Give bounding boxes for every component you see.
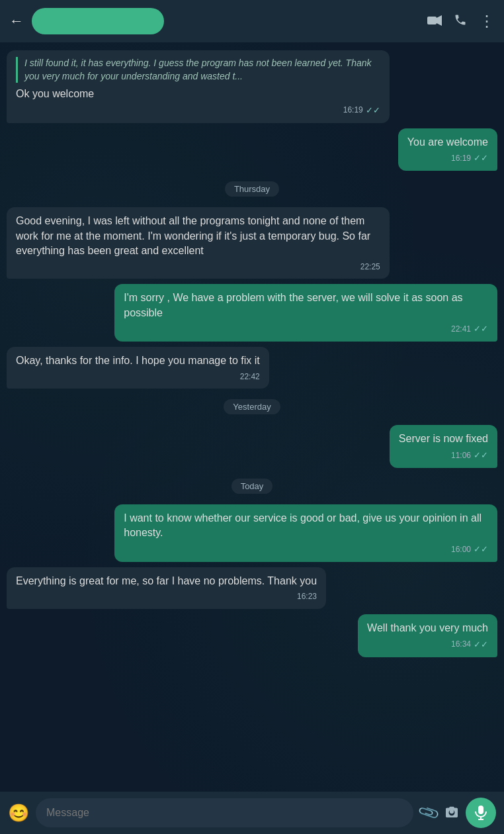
message-text: I'm sorry , We have a problem with the s… (124, 292, 462, 318)
message-meta: 11:06✓✓ (399, 449, 488, 461)
emoji-button[interactable]: 😊 (8, 803, 29, 823)
svg-marker-1 (437, 15, 442, 26)
phone-call-icon[interactable] (454, 13, 467, 30)
menu-icon[interactable]: ⋮ (479, 12, 495, 30)
message-meta: 16:34✓✓ (367, 639, 488, 651)
message-bubble: Well thank you very much16:34✓✓ (358, 614, 497, 657)
message-meta: 16:19✓✓ (407, 152, 488, 164)
message-input[interactable] (36, 798, 413, 827)
message-meta: 16:00✓✓ (124, 543, 488, 555)
quoted-message: I still found it, it has everything. I g… (16, 57, 380, 83)
message-row: I want to know whether our service is go… (7, 504, 497, 562)
message-meta: 16:19✓✓ (16, 105, 380, 116)
message-time: 16:00 (451, 544, 471, 555)
message-time: 16:19 (343, 105, 363, 116)
message-row: Server is now fixed11:06✓✓ (7, 425, 497, 468)
message-text: Server is now fixed (399, 433, 488, 444)
message-row: Good evening, I was left without all the… (7, 207, 497, 279)
back-button[interactable]: ← (9, 13, 24, 30)
camera-icon[interactable] (444, 804, 459, 821)
header-actions: ⋮ (427, 12, 495, 30)
date-label: Yesterday (224, 399, 280, 414)
message-row: Everything is great for me, so far I hav… (7, 567, 497, 609)
message-row: I'm sorry , We have a problem with the s… (7, 284, 497, 342)
message-meta: 16:23 (16, 591, 317, 602)
date-label: Today (231, 479, 273, 494)
date-separator: Thursday (7, 181, 497, 197)
video-call-icon[interactable] (427, 14, 442, 29)
message-time: 16:19 (451, 153, 471, 164)
message-text: Well thank you very much (367, 622, 488, 633)
message-text: Everything is great for me, so far I hav… (16, 575, 317, 586)
message-row: Well thank you very much16:34✓✓ (7, 614, 497, 657)
message-meta: 22:42 (16, 371, 260, 383)
read-receipt-icon: ✓✓ (474, 543, 488, 555)
message-bubble: Server is now fixed11:06✓✓ (390, 425, 497, 468)
message-bubble: Everything is great for me, so far I hav… (7, 567, 326, 609)
mic-button[interactable] (466, 798, 496, 828)
read-receipt-icon: ✓✓ (474, 152, 488, 164)
message-meta: 22:25 (16, 261, 380, 273)
message-bubble: Good evening, I was left without all the… (7, 207, 390, 279)
message-bubble: I want to know whether our service is go… (114, 504, 497, 562)
message-time: 16:23 (297, 591, 317, 602)
message-time: 16:34 (451, 639, 471, 650)
chat-header: ← ⋮ (0, 0, 504, 42)
message-row: Okay, thanks for the info. I hope you ma… (7, 347, 497, 389)
message-text: Okay, thanks for the info. I hope you ma… (16, 355, 260, 366)
message-meta: 22:41✓✓ (124, 323, 488, 335)
attach-icon[interactable]: 📎 (417, 801, 441, 825)
message-time: 22:41 (451, 324, 471, 335)
message-bubble: Okay, thanks for the info. I hope you ma… (7, 347, 269, 389)
message-text: Good evening, I was left without all the… (16, 215, 370, 256)
message-time: 11:06 (451, 450, 471, 461)
read-receipt-icon: ✓✓ (474, 323, 488, 335)
message-time: 22:42 (240, 371, 260, 383)
message-text: I want to know whether our service is go… (124, 512, 482, 538)
read-receipt-icon: ✓✓ (474, 639, 488, 651)
message-text: You are welcome (407, 136, 488, 148)
message-row: You are welcome16:19✓✓ (7, 128, 497, 171)
message-text: Ok you welcome (16, 88, 94, 99)
svg-rect-0 (427, 17, 437, 24)
date-separator: Today (7, 479, 497, 494)
date-separator: Yesterday (7, 399, 497, 414)
svg-rect-2 (478, 806, 483, 814)
chat-area: I still found it, it has everything. I g… (0, 42, 504, 792)
message-bubble: I still found it, it has everything. I g… (7, 50, 390, 123)
message-row: I still found it, it has everything. I g… (7, 50, 497, 123)
message-bubble: I'm sorry , We have a problem with the s… (114, 284, 497, 342)
date-label: Thursday (225, 181, 279, 197)
read-receipt-icon: ✓✓ (474, 449, 488, 461)
input-bar: 😊 📎 (0, 792, 504, 834)
message-time: 22:25 (360, 261, 380, 273)
read-receipt-icon: ✓✓ (366, 105, 380, 116)
avatar[interactable] (32, 8, 164, 34)
message-bubble: You are welcome16:19✓✓ (398, 128, 497, 171)
